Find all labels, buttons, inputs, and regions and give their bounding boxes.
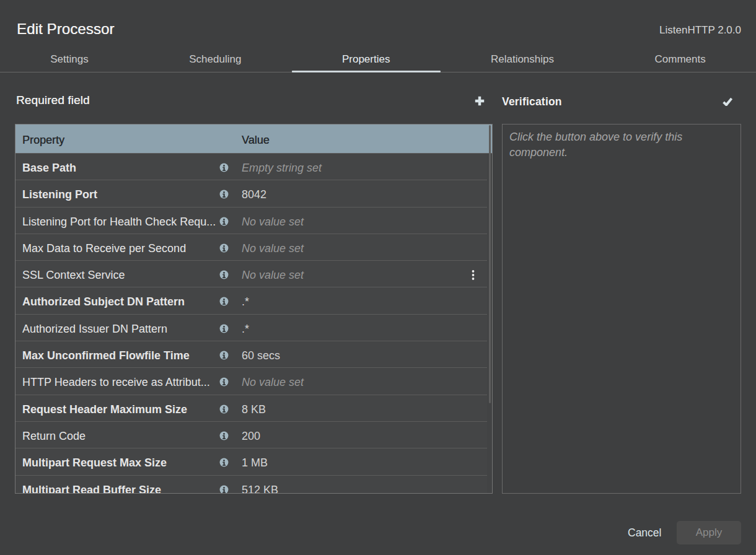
- tab-properties[interactable]: Properties: [292, 46, 441, 72]
- required-field-label: Required field: [16, 94, 90, 107]
- info-icon[interactable]: [219, 324, 229, 333]
- property-row: Multipart Request Max Size 1 MB: [15, 448, 487, 475]
- property-name: Listening Port for Health Check Requ...: [22, 209, 219, 235]
- property-row: Authorized Issuer DN Pattern .*: [15, 315, 487, 341]
- tab-settings[interactable]: Settings: [0, 46, 139, 72]
- value-column-header[interactable]: Value: [242, 126, 270, 155]
- property-value[interactable]: .*: [242, 289, 468, 315]
- kebab-icon: [472, 270, 475, 280]
- info-icon[interactable]: [219, 431, 229, 440]
- property-table-body: Base Path Empty string set Listening Por…: [15, 154, 487, 493]
- tab-comments[interactable]: Comments: [604, 46, 756, 72]
- verification-result-box: Click the button above to verify this co…: [502, 124, 741, 494]
- cancel-button[interactable]: Cancel: [628, 527, 661, 540]
- info-icon[interactable]: [219, 297, 229, 306]
- property-value[interactable]: 512 KB: [242, 477, 468, 494]
- info-icon[interactable]: [219, 270, 229, 279]
- table-scrollbar-thumb[interactable]: [489, 125, 491, 403]
- property-name: Listening Port: [22, 181, 219, 208]
- verify-component-button[interactable]: [723, 97, 732, 106]
- plus-icon: [475, 96, 485, 106]
- property-value[interactable]: No value set: [242, 209, 468, 235]
- property-row: Request Header Maximum Size 8 KB: [15, 395, 487, 422]
- tab-relationships[interactable]: Relationships: [441, 46, 605, 72]
- property-name: Multipart Read Buffer Size: [22, 477, 219, 494]
- apply-button[interactable]: Apply: [677, 521, 741, 544]
- info-icon[interactable]: [219, 377, 229, 387]
- property-row: SSL Context Service No value set: [15, 261, 487, 287]
- add-property-button[interactable]: [475, 96, 485, 106]
- property-name: Return Code: [22, 423, 219, 450]
- info-icon[interactable]: [219, 243, 229, 253]
- info-icon[interactable]: [219, 351, 229, 360]
- property-name: Max Unconfirmed Flowfile Time: [22, 343, 219, 369]
- tab-relationships-label: Relationships: [491, 53, 554, 66]
- property-value[interactable]: Empty string set: [242, 155, 468, 181]
- tab-comments-label: Comments: [655, 53, 706, 66]
- processor-type-version: ListenHTTP 2.0.0: [659, 24, 741, 37]
- info-icon[interactable]: [219, 458, 229, 467]
- property-value[interactable]: 8 KB: [242, 396, 468, 423]
- verification-label: Verification: [502, 95, 562, 108]
- property-column-header[interactable]: Property: [22, 126, 64, 155]
- row-menu-button[interactable]: [470, 270, 476, 280]
- info-icon[interactable]: [219, 163, 229, 172]
- property-value[interactable]: .*: [242, 316, 468, 343]
- dialog-tabs: Settings Scheduling Properties Relations…: [0, 46, 756, 72]
- property-table-header: Property Value: [15, 125, 492, 154]
- property-row: Return Code 200: [15, 422, 487, 448]
- property-row: HTTP Headers to receive as Attribut... N…: [15, 368, 487, 395]
- property-row: Listening Port for Health Check Requ... …: [15, 208, 487, 234]
- property-name: Authorized Subject DN Pattern: [22, 289, 219, 315]
- property-row: Max Data to Receive per Second No value …: [15, 234, 487, 261]
- property-name: Authorized Issuer DN Pattern: [22, 316, 219, 343]
- property-row: Multipart Read Buffer Size 512 KB: [15, 476, 487, 494]
- property-table: Property Value Base Path Empty string se…: [15, 124, 493, 494]
- property-value[interactable]: 60 secs: [242, 343, 468, 369]
- tab-scheduling[interactable]: Scheduling: [139, 46, 292, 72]
- info-icon[interactable]: [219, 404, 229, 414]
- property-value[interactable]: No value set: [242, 369, 468, 396]
- property-value[interactable]: 8042: [242, 181, 468, 208]
- tab-scheduling-label: Scheduling: [189, 53, 241, 66]
- property-name: Request Header Maximum Size: [22, 396, 219, 423]
- info-icon[interactable]: [219, 485, 229, 494]
- property-row: Max Unconfirmed Flowfile Time 60 secs: [15, 341, 487, 368]
- property-value[interactable]: 200: [242, 423, 468, 450]
- property-row: Listening Port 8042: [15, 180, 487, 207]
- property-value[interactable]: 1 MB: [242, 450, 468, 476]
- active-tab-indicator: [292, 71, 441, 72]
- info-icon[interactable]: [219, 217, 229, 226]
- info-icon[interactable]: [219, 190, 229, 199]
- check-icon: [723, 97, 732, 106]
- property-name: Multipart Request Max Size: [22, 450, 219, 476]
- property-name: Max Data to Receive per Second: [22, 235, 219, 262]
- tab-properties-label: Properties: [342, 53, 390, 66]
- tab-settings-label: Settings: [50, 53, 88, 66]
- dialog-title: Edit Processor: [17, 20, 114, 38]
- property-row: Authorized Subject DN Pattern .*: [15, 287, 487, 314]
- property-name: SSL Context Service: [22, 262, 219, 289]
- property-row: Base Path Empty string set: [15, 154, 487, 180]
- property-value[interactable]: No value set: [242, 262, 468, 289]
- property-value[interactable]: No value set: [242, 235, 468, 262]
- property-name: Base Path: [22, 155, 219, 181]
- verification-hint: Click the button above to verify this co…: [509, 129, 720, 160]
- property-name: HTTP Headers to receive as Attribut...: [22, 369, 219, 396]
